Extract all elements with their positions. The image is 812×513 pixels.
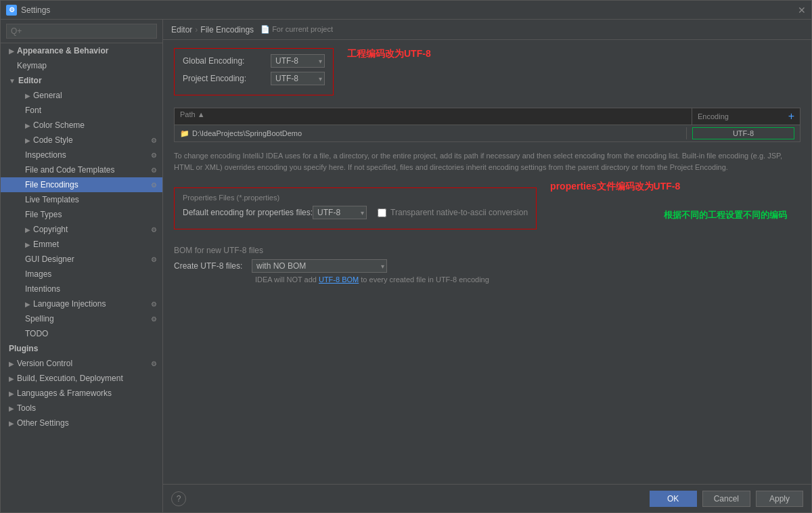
bottom-bar: ? OK Cancel Apply <box>163 484 811 512</box>
sidebar-item-label: File Types <box>25 210 62 219</box>
arrow-icon: ▶ <box>25 137 30 144</box>
sidebar-item-label: Tools <box>17 403 36 413</box>
search-input[interactable] <box>6 24 157 39</box>
add-encoding-button[interactable]: + <box>786 110 797 122</box>
ok-button[interactable]: OK <box>650 491 697 507</box>
transparent-checkbox[interactable] <box>378 208 386 217</box>
sidebar-item-label: Plugins <box>9 344 38 353</box>
sidebar-item-plugins[interactable]: Plugins <box>1 341 162 356</box>
project-encoding-select[interactable]: UTF-8 <box>271 72 325 85</box>
sidebar-item-label: Inspections <box>25 150 66 160</box>
close-button[interactable]: ✕ <box>798 5 806 16</box>
app-icon: ⚙ <box>6 5 17 16</box>
sidebar-item-languages[interactable]: ▶ Languages & Frameworks <box>1 386 162 401</box>
sidebar-item-color-scheme[interactable]: ▶ Color Scheme <box>1 118 162 133</box>
sidebar-item-label: Build, Execution, Deployment <box>17 374 123 383</box>
sidebar-item-file-types[interactable]: File Types <box>1 207 162 222</box>
path-column-header: Path ▲ <box>175 108 692 125</box>
arrow-icon: ▶ <box>9 420 14 427</box>
sidebar-item-label: Color Scheme <box>33 120 85 130</box>
bom-row: Create UTF-8 files: with NO BOM with BOM <box>174 259 800 273</box>
settings-icon: ⚙ <box>151 315 157 323</box>
annotation-red: 工程编码改为UTF-8 <box>347 48 431 60</box>
breadcrumb-file-encodings: File Encodings <box>200 25 254 35</box>
global-encoding-label: Global Encoding: <box>183 56 271 66</box>
annotation-green: 根据不同的工程设置不同的编码 <box>664 209 787 221</box>
right-panel: Editor › File Encodings 📄 For current pr… <box>163 20 811 512</box>
sidebar-item-version-control[interactable]: ▶ Version Control ⚙ <box>1 356 162 371</box>
bom-note: IDEA will NOT add UTF-8 BOM to every cre… <box>174 275 800 284</box>
sidebar-item-file-encodings[interactable]: File Encodings ⚙ <box>1 177 162 192</box>
settings-icon: ⚙ <box>151 137 157 144</box>
sidebar: ▶ Appearance & Behavior Keymap ▼ Editor … <box>1 20 163 512</box>
bom-link[interactable]: UTF-8 BOM <box>319 275 359 284</box>
breadcrumb-sep: › <box>195 25 198 35</box>
transparent-label: Transparent native-to-ascii conversion <box>390 208 528 217</box>
sidebar-item-spelling[interactable]: Spelling ⚙ <box>1 311 162 326</box>
properties-section: Properties Files (*.properties) Default … <box>174 187 537 229</box>
encoding-badge: UTF-8 <box>692 127 794 139</box>
sidebar-item-inspections[interactable]: Inspections ⚙ <box>1 148 162 162</box>
sidebar-item-label: Copyright <box>33 225 68 234</box>
sidebar-item-font[interactable]: Font <box>1 103 162 118</box>
bom-select-wrapper: with NO BOM with BOM <box>252 259 387 273</box>
properties-encoding-select[interactable]: UTF-8 <box>313 206 367 219</box>
sidebar-item-label: GUI Designer <box>25 254 74 264</box>
sidebar-item-emmet[interactable]: ▶ Emmet <box>1 237 162 252</box>
arrow-icon: ▶ <box>9 47 14 55</box>
bom-title: BOM for new UTF-8 files <box>174 246 800 255</box>
sidebar-item-label: File Encodings <box>25 180 78 189</box>
sidebar-item-keymap[interactable]: Keymap <box>1 58 162 73</box>
sidebar-item-file-and-code[interactable]: File and Code Templates ⚙ <box>1 162 162 177</box>
sidebar-item-label: Language Injections <box>33 299 106 309</box>
sidebar-item-language-injections[interactable]: ▶ Language Injections ⚙ <box>1 296 162 311</box>
sidebar-item-code-style[interactable]: ▶ Code Style ⚙ <box>1 133 162 148</box>
arrow-icon: ▶ <box>25 300 30 308</box>
sidebar-item-label: Editor <box>18 76 42 85</box>
settings-icon: ⚙ <box>151 256 157 263</box>
sidebar-item-general[interactable]: ▶ General <box>1 88 162 103</box>
arrow-icon: ▼ <box>9 77 16 85</box>
sidebar-item-build-execution[interactable]: ▶ Build, Execution, Deployment <box>1 371 162 386</box>
arrow-icon: ▶ <box>25 226 30 233</box>
sidebar-item-other-settings[interactable]: ▶ Other Settings <box>1 416 162 430</box>
bom-select[interactable]: with NO BOM with BOM <box>252 259 387 273</box>
arrow-icon: ▶ <box>9 360 14 367</box>
settings-icon: ⚙ <box>151 360 157 367</box>
help-button[interactable]: ? <box>171 491 186 506</box>
sidebar-item-appearance[interactable]: ▶ Appearance & Behavior <box>1 43 162 58</box>
table-header: Path ▲ Encoding + <box>174 108 800 125</box>
sidebar-item-intentions[interactable]: Intentions <box>1 282 162 296</box>
sidebar-item-live-templates[interactable]: Live Templates <box>1 192 162 207</box>
properties-encoding-row: Default encoding for properties files: U… <box>183 206 528 219</box>
encoding-cell: UTF-8 <box>686 127 794 139</box>
sidebar-item-tools[interactable]: ▶ Tools <box>1 401 162 416</box>
content-area: Global Encoding: UTF-8 Project Encoding: <box>163 40 811 484</box>
sidebar-item-editor[interactable]: ▼ Editor <box>1 73 162 88</box>
breadcrumb-editor: Editor <box>171 25 192 35</box>
main-content: ▶ Appearance & Behavior Keymap ▼ Editor … <box>1 20 811 512</box>
sidebar-item-todo[interactable]: TODO <box>1 326 162 341</box>
sidebar-item-gui-designer[interactable]: GUI Designer ⚙ <box>1 252 162 267</box>
search-box <box>1 20 162 43</box>
settings-icon: ⚙ <box>151 226 157 233</box>
sidebar-item-copyright[interactable]: ▶ Copyright ⚙ <box>1 222 162 237</box>
cancel-button[interactable]: Cancel <box>702 491 750 507</box>
sidebar-item-label: File and Code Templates <box>25 165 115 175</box>
sidebar-item-images[interactable]: Images <box>1 267 162 282</box>
settings-icon: ⚙ <box>151 181 157 189</box>
sidebar-item-label: Keymap <box>17 61 47 70</box>
apply-button[interactable]: Apply <box>756 491 803 507</box>
sidebar-item-label: Images <box>25 269 51 279</box>
project-encoding-row: Project Encoding: UTF-8 <box>183 72 325 85</box>
project-encoding-label: Project Encoding: <box>183 74 271 83</box>
settings-icon: ⚙ <box>151 300 157 308</box>
breadcrumb: Editor › File Encodings 📄 For current pr… <box>163 20 811 40</box>
global-encoding-select[interactable]: UTF-8 <box>271 54 325 68</box>
sidebar-item-label: Emmet <box>33 240 59 249</box>
sidebar-item-label: Version Control <box>17 359 72 368</box>
dialog-buttons: OK Cancel Apply <box>650 491 803 507</box>
settings-window: ⚙ Settings ✕ ▶ Appearance & Behavior Key… <box>0 0 812 513</box>
sidebar-item-label: Appearance & Behavior <box>17 46 108 55</box>
arrow-icon: ▶ <box>25 241 30 248</box>
